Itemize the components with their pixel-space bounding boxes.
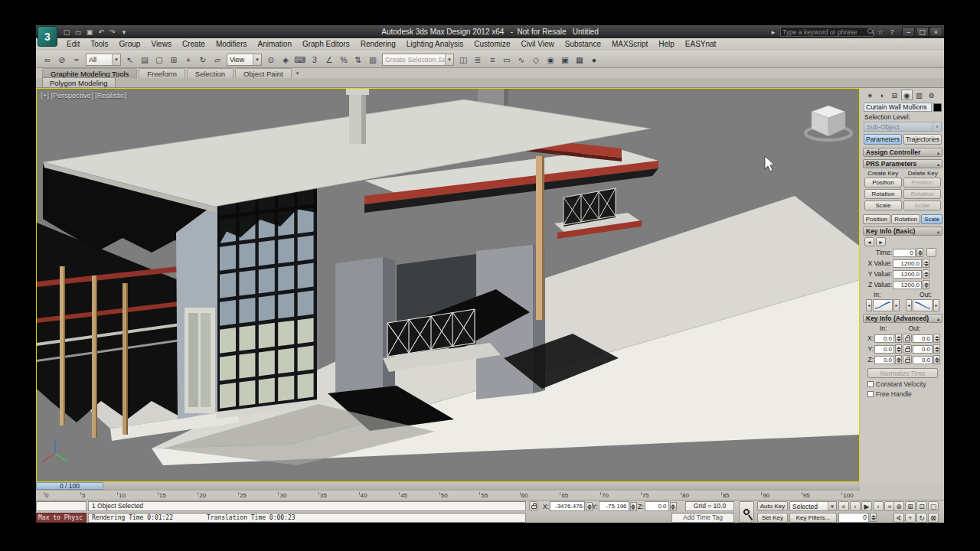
mirror-button[interactable]: ◫ xyxy=(456,53,470,67)
unlink-selection-button[interactable]: ⊘ xyxy=(55,53,69,67)
object-name-field[interactable]: Curtain Wall Mullions xyxy=(864,103,932,112)
play-animation-button[interactable]: ▶ xyxy=(861,501,872,511)
value-field-0[interactable]: 1200.0 xyxy=(893,259,922,268)
prs-scale-toggle[interactable]: Scale xyxy=(921,214,942,224)
create-key-scale-button[interactable]: Scale xyxy=(864,201,902,210)
next-frame-button[interactable]: › xyxy=(873,501,884,511)
curtain-wall-selected-object[interactable] xyxy=(216,178,318,419)
perspective-viewport[interactable]: [+] [Perspective] [Realistic] xyxy=(36,88,860,482)
out-tangent-next-button[interactable]: ► xyxy=(933,299,939,311)
select-and-move-button[interactable]: + xyxy=(181,53,195,67)
align-button[interactable]: ≣ xyxy=(471,53,485,67)
application-button[interactable]: 3 xyxy=(38,26,57,47)
menu-item-8[interactable]: Rendering xyxy=(355,38,401,51)
zoom-region-button[interactable]: ▢ xyxy=(928,501,939,511)
menu-item-11[interactable]: Civil View xyxy=(516,38,560,51)
previous-key-button[interactable]: ◄ xyxy=(864,237,874,246)
in-tangent-button[interactable] xyxy=(873,299,893,311)
window-crossing-toggle[interactable]: ⊞ xyxy=(167,53,181,67)
use-pivot-point-button[interactable]: ⊙ xyxy=(264,53,278,67)
render-production-button[interactable]: ● xyxy=(587,53,601,67)
selection-filter-dropdown[interactable]: All▾ xyxy=(86,54,121,66)
field-of-view-button[interactable]: ∢ xyxy=(893,513,904,523)
adv-out-spinner-2[interactable] xyxy=(933,355,940,364)
spinner-snap-toggle[interactable]: ⇅ xyxy=(351,53,365,67)
add-time-tag-field[interactable]: Add Time Tag xyxy=(671,513,734,523)
tab-polygon-modeling[interactable]: Polygon Modeling xyxy=(42,77,116,87)
y-spinner[interactable] xyxy=(630,502,637,511)
bind-to-space-warp-button[interactable]: ≈ xyxy=(70,53,83,67)
select-and-manipulate-button[interactable]: ◈ xyxy=(279,53,292,67)
menu-item-4[interactable]: Create xyxy=(177,38,211,51)
free-handle-checkbox[interactable]: Free Handle xyxy=(867,390,938,398)
select-object-button[interactable]: ↖ xyxy=(123,53,137,67)
y-coordinate-field[interactable]: -75.196 xyxy=(599,501,629,511)
constant-velocity-checkbox[interactable]: Constant Velocity xyxy=(867,380,938,388)
ribbon-tab-2[interactable]: Selection xyxy=(187,68,234,78)
current-frame-field[interactable]: 0 xyxy=(838,513,869,523)
sub-object-dropdown[interactable]: Sub-Object ▾ xyxy=(864,122,942,132)
rendered-frame-window-button[interactable]: ▦ xyxy=(573,53,586,67)
go-to-start-button[interactable]: « xyxy=(838,501,849,511)
trajectories-button[interactable]: Trajectories xyxy=(903,134,942,145)
parameters-button[interactable]: Parameters xyxy=(864,134,902,145)
out-tangent-button[interactable] xyxy=(913,299,933,311)
angle-snap-toggle[interactable]: ∠ xyxy=(322,53,336,67)
minimize-button[interactable]: – xyxy=(902,27,915,37)
redo-button[interactable]: ↷ xyxy=(107,27,118,37)
help-button[interactable]: ? xyxy=(887,27,897,37)
ribbon-minimize-arrow[interactable]: ▾ xyxy=(293,70,302,77)
menu-item-1[interactable]: Tools xyxy=(85,38,113,51)
rectangular-selection-region-button[interactable]: ▢ xyxy=(152,53,166,67)
next-key-button[interactable]: ► xyxy=(876,237,886,246)
menu-item-6[interactable]: Animation xyxy=(252,38,296,51)
hierarchy-tab[interactable]: ⊟ xyxy=(889,90,900,100)
save-file-button[interactable]: ▣ xyxy=(84,27,95,37)
restore-button[interactable]: ▢ xyxy=(916,27,929,37)
keyboard-shortcut-override-toggle[interactable]: ⌨ xyxy=(293,53,307,67)
rollout-prs-parameters[interactable]: PRS Parameters▴ xyxy=(863,159,942,168)
named-selection-sets-combo[interactable]: Create Selection Se▾ xyxy=(382,54,454,66)
adv-in-field-0[interactable]: 0.0 xyxy=(874,334,894,343)
adv-out-field-1[interactable]: 0.0 xyxy=(913,345,933,354)
motion-tab[interactable]: ◉ xyxy=(901,90,913,100)
menu-item-9[interactable]: Lighting Analysis xyxy=(401,38,469,51)
adv-out-field-2[interactable]: 0.0 xyxy=(913,356,933,364)
undo-button[interactable]: ↶ xyxy=(96,27,106,37)
rollout-key-info-basic[interactable]: Key Info (Basic)▴ xyxy=(863,227,942,236)
delete-key-position-button[interactable]: Position xyxy=(903,178,941,187)
zoom-extents-button[interactable]: ⊡ xyxy=(916,501,927,511)
time-spinner[interactable] xyxy=(916,248,923,257)
zoom-button[interactable]: ⊕ xyxy=(893,501,904,511)
adv-in-spinner-2[interactable] xyxy=(895,355,902,364)
z-spinner[interactable] xyxy=(670,502,677,511)
select-and-scale-button[interactable]: ▱ xyxy=(211,53,224,67)
delete-key-scale-button[interactable]: Scale xyxy=(903,201,941,210)
object-color-swatch[interactable] xyxy=(933,103,942,112)
infocenter-search[interactable] xyxy=(780,27,874,37)
menu-item-14[interactable]: Help xyxy=(653,38,680,51)
adv-out-spinner-1[interactable] xyxy=(933,344,940,354)
viewport-label[interactable]: [+] [Perspective] [Realistic] xyxy=(41,91,126,99)
out-tangent-prev-button[interactable]: ◄ xyxy=(906,299,912,311)
create-tab[interactable]: ∗ xyxy=(864,90,876,100)
material-editor-button[interactable]: ◉ xyxy=(544,53,557,67)
lock-tangents-toggle-0[interactable] xyxy=(903,334,912,343)
select-and-link-button[interactable]: ∞ xyxy=(41,53,54,67)
close-button[interactable]: × xyxy=(929,27,942,37)
select-by-name-button[interactable]: ▤ xyxy=(138,53,152,67)
x-coordinate-field[interactable]: -3476.476 xyxy=(550,501,585,511)
menu-item-7[interactable]: Graph Editors xyxy=(297,38,355,51)
mini-listener-field[interactable]: Max to Physc xyxy=(36,513,87,523)
ribbon-tab-3[interactable]: Object Paint xyxy=(235,68,292,78)
menu-item-5[interactable]: Modifiers xyxy=(211,38,253,51)
maximize-viewport-toggle[interactable]: ⊠ xyxy=(928,513,939,523)
layer-manager-button[interactable]: ≡ xyxy=(485,53,499,67)
time-slider-handle[interactable]: 0 / 100 xyxy=(36,482,103,490)
adv-in-spinner-1[interactable] xyxy=(895,344,902,354)
infocenter-expand-arrow[interactable]: ▸ xyxy=(768,27,779,37)
utilities-tab[interactable]: ⊚ xyxy=(926,90,937,100)
reference-coordinate-dropdown[interactable]: View▾ xyxy=(227,54,262,66)
create-key-position-button[interactable]: Position xyxy=(864,178,902,187)
lock-tangents-toggle-2[interactable] xyxy=(903,355,912,364)
